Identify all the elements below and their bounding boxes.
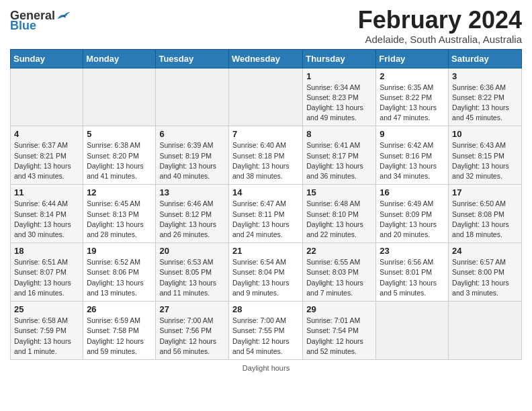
day-detail: Sunrise: 6:43 AM Sunset: 8:15 PM Dayligh… [452,140,518,181]
day-number: 4 [14,129,79,139]
day-detail: Sunrise: 6:42 AM Sunset: 8:16 PM Dayligh… [380,140,445,181]
calendar-cell: 20Sunrise: 6:53 AM Sunset: 8:05 PM Dayli… [156,243,229,302]
day-detail: Sunrise: 6:57 AM Sunset: 8:00 PM Dayligh… [452,257,518,298]
calendar-cell: 1Sunrise: 6:34 AM Sunset: 8:23 PM Daylig… [303,68,376,126]
calendar-cell: 9Sunrise: 6:42 AM Sunset: 8:16 PM Daylig… [376,126,449,185]
day-number: 11 [14,187,79,197]
calendar-cell: 21Sunrise: 6:54 AM Sunset: 8:04 PM Dayli… [228,243,302,302]
calendar-cell [228,68,302,126]
calendar-cell: 18Sunrise: 6:51 AM Sunset: 8:07 PM Dayli… [11,243,83,302]
calendar-cell [11,68,83,126]
day-detail: Sunrise: 6:58 AM Sunset: 7:59 PM Dayligh… [14,316,79,357]
title-block: February 2024 Adelaide, South Australia,… [358,7,522,45]
calendar-cell: 2Sunrise: 6:35 AM Sunset: 8:22 PM Daylig… [376,68,449,126]
day-detail: Sunrise: 6:49 AM Sunset: 8:09 PM Dayligh… [380,199,445,240]
day-detail: Sunrise: 7:00 AM Sunset: 7:56 PM Dayligh… [159,316,225,357]
calendar-table: SundayMondayTuesdayWednesdayThursdayFrid… [10,49,522,360]
calendar-cell: 25Sunrise: 6:58 AM Sunset: 7:59 PM Dayli… [11,302,83,360]
weekday-header-sunday: Sunday [11,49,83,68]
day-number: 13 [159,187,225,197]
calendar-cell: 3Sunrise: 6:36 AM Sunset: 8:22 PM Daylig… [449,68,522,126]
day-detail: Sunrise: 6:47 AM Sunset: 8:11 PM Dayligh… [232,199,299,240]
footer-note: Daylight hours [10,364,522,372]
calendar-cell: 15Sunrise: 6:48 AM Sunset: 8:10 PM Dayli… [303,185,376,243]
day-detail: Sunrise: 6:50 AM Sunset: 8:08 PM Dayligh… [452,199,518,240]
calendar-cell: 22Sunrise: 6:55 AM Sunset: 8:03 PM Dayli… [303,243,376,302]
calendar-cell: 7Sunrise: 6:40 AM Sunset: 8:18 PM Daylig… [228,126,302,185]
day-detail: Sunrise: 6:51 AM Sunset: 8:07 PM Dayligh… [14,257,79,298]
day-number: 29 [306,304,372,314]
day-number: 6 [159,129,225,139]
page-subtitle: Adelaide, South Australia, Australia [358,34,522,45]
day-detail: Sunrise: 6:55 AM Sunset: 8:03 PM Dayligh… [306,257,372,298]
calendar-cell: 12Sunrise: 6:45 AM Sunset: 8:13 PM Dayli… [83,185,156,243]
day-number: 28 [232,304,299,314]
day-detail: Sunrise: 6:45 AM Sunset: 8:13 PM Dayligh… [87,199,152,240]
weekday-header-friday: Friday [376,49,449,68]
day-detail: Sunrise: 6:53 AM Sunset: 8:05 PM Dayligh… [159,257,225,298]
day-detail: Sunrise: 6:59 AM Sunset: 7:58 PM Dayligh… [87,316,152,357]
calendar-cell: 8Sunrise: 6:41 AM Sunset: 8:17 PM Daylig… [303,126,376,185]
day-detail: Sunrise: 6:39 AM Sunset: 8:19 PM Dayligh… [159,140,225,181]
calendar-cell: 10Sunrise: 6:43 AM Sunset: 8:15 PM Dayli… [449,126,522,185]
day-number: 1 [306,71,372,81]
weekday-header-monday: Monday [83,49,156,68]
day-number: 21 [232,246,299,256]
calendar-cell: 28Sunrise: 7:00 AM Sunset: 7:55 PM Dayli… [228,302,302,360]
day-number: 22 [306,246,372,256]
calendar-cell [83,68,156,126]
logo: General Blue [10,9,71,33]
day-number: 5 [87,129,152,139]
logo-blue-text: Blue [10,19,36,33]
weekday-header-saturday: Saturday [449,49,522,68]
day-detail: Sunrise: 7:00 AM Sunset: 7:55 PM Dayligh… [232,316,299,357]
day-detail: Sunrise: 6:38 AM Sunset: 8:20 PM Dayligh… [87,140,152,181]
day-number: 15 [306,187,372,197]
calendar-cell: 27Sunrise: 7:00 AM Sunset: 7:56 PM Dayli… [156,302,229,360]
day-number: 14 [232,187,299,197]
calendar-cell: 16Sunrise: 6:49 AM Sunset: 8:09 PM Dayli… [376,185,449,243]
day-detail: Sunrise: 6:52 AM Sunset: 8:06 PM Dayligh… [87,257,152,298]
day-number: 3 [452,71,518,81]
calendar-cell: 13Sunrise: 6:46 AM Sunset: 8:12 PM Dayli… [156,185,229,243]
day-number: 9 [380,129,445,139]
calendar-cell: 29Sunrise: 7:01 AM Sunset: 7:54 PM Dayli… [303,302,376,360]
day-detail: Sunrise: 6:48 AM Sunset: 8:10 PM Dayligh… [306,199,372,240]
day-number: 10 [452,129,518,139]
day-detail: Sunrise: 6:35 AM Sunset: 8:22 PM Dayligh… [380,83,445,124]
day-detail: Sunrise: 6:40 AM Sunset: 8:18 PM Dayligh… [232,140,299,181]
day-number: 25 [14,304,79,314]
calendar-cell: 26Sunrise: 6:59 AM Sunset: 7:58 PM Dayli… [83,302,156,360]
calendar-cell [156,68,229,126]
day-number: 19 [87,246,152,256]
logo-bird-icon [56,9,71,21]
calendar-cell: 23Sunrise: 6:56 AM Sunset: 8:01 PM Dayli… [376,243,449,302]
day-number: 20 [159,246,225,256]
page-header: General Blue February 2024 Adelaide, Sou… [10,7,522,45]
day-detail: Sunrise: 6:41 AM Sunset: 8:17 PM Dayligh… [306,140,372,181]
calendar-cell [449,302,522,360]
day-number: 2 [380,71,445,81]
calendar-cell: 14Sunrise: 6:47 AM Sunset: 8:11 PM Dayli… [228,185,302,243]
day-number: 24 [452,246,518,256]
day-detail: Sunrise: 6:56 AM Sunset: 8:01 PM Dayligh… [380,257,445,298]
weekday-header-tuesday: Tuesday [156,49,229,68]
day-number: 23 [380,246,445,256]
day-number: 12 [87,187,152,197]
calendar-cell: 24Sunrise: 6:57 AM Sunset: 8:00 PM Dayli… [449,243,522,302]
day-number: 16 [380,187,445,197]
day-detail: Sunrise: 6:46 AM Sunset: 8:12 PM Dayligh… [159,199,225,240]
day-number: 7 [232,129,299,139]
page-title: February 2024 [358,7,522,34]
day-detail: Sunrise: 6:44 AM Sunset: 8:14 PM Dayligh… [14,199,79,240]
day-number: 8 [306,129,372,139]
weekday-header-wednesday: Wednesday [228,49,302,68]
day-number: 18 [14,246,79,256]
day-detail: Sunrise: 6:34 AM Sunset: 8:23 PM Dayligh… [306,83,372,124]
calendar-cell [376,302,449,360]
weekday-header-thursday: Thursday [303,49,376,68]
day-detail: Sunrise: 7:01 AM Sunset: 7:54 PM Dayligh… [306,316,372,357]
day-number: 26 [87,304,152,314]
day-detail: Sunrise: 6:54 AM Sunset: 8:04 PM Dayligh… [232,257,299,298]
calendar-cell: 17Sunrise: 6:50 AM Sunset: 8:08 PM Dayli… [449,185,522,243]
